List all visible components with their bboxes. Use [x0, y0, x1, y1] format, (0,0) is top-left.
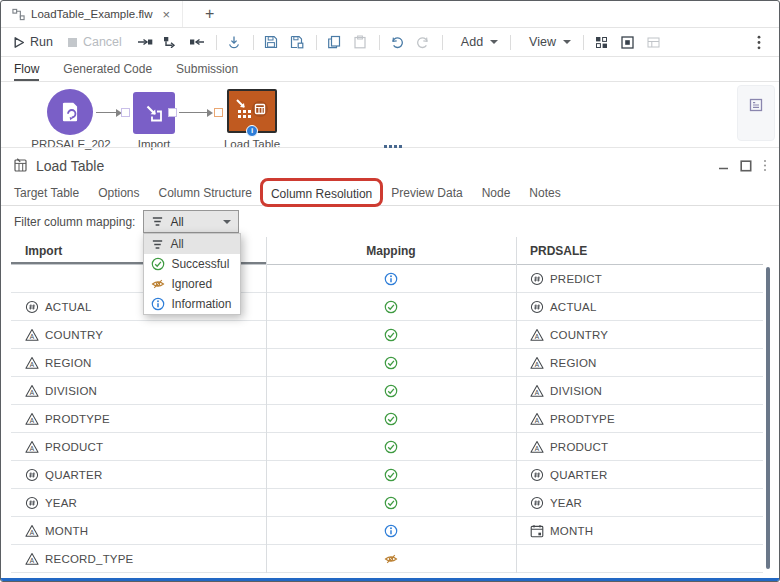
copy-icon[interactable] [325, 32, 344, 52]
import-cell: AMONTH [11, 524, 266, 538]
success-status-icon[interactable] [384, 356, 398, 370]
document-tab[interactable]: LoadTable_Example.flw × [1, 1, 183, 27]
column-name-label: DIVISION [550, 385, 602, 397]
overview-icon[interactable] [644, 32, 663, 52]
toolbar-more-options-icon[interactable] [751, 35, 767, 50]
info-status-icon[interactable] [384, 272, 398, 286]
node-panel-tabs: Target Table Options Column Structure Co… [1, 180, 779, 206]
success-status-icon[interactable] [384, 412, 398, 426]
run-button[interactable]: Run [13, 35, 53, 49]
success-status-icon[interactable] [384, 468, 398, 482]
zoom-fit-icon[interactable] [592, 32, 611, 52]
filter-option-information[interactable]: Information [144, 294, 240, 314]
tab-column-resolution[interactable]: Column Resolution [271, 187, 372, 201]
maximize-panel-icon[interactable] [740, 160, 752, 172]
table-row-country[interactable]: ACOUNTRYACOUNTRY [11, 321, 763, 349]
document-tab-title: LoadTable_Example.flw [31, 8, 152, 20]
save-icon[interactable] [262, 32, 281, 52]
table-row-year[interactable]: YEARYEAR [11, 489, 763, 517]
table-row-month[interactable]: AMONTHMONTH [11, 517, 763, 545]
bottom-accent-bar [1, 578, 779, 581]
minimize-panel-icon[interactable] [718, 160, 729, 171]
tab-node[interactable]: Node [482, 186, 511, 200]
tab-flow[interactable]: Flow [14, 57, 39, 81]
filter-dropdown-button[interactable]: All [143, 210, 239, 233]
column-name-label: PRODTYPE [550, 413, 615, 425]
flow-canvas[interactable]: PRDSALE_202 Import i Load Table [1, 82, 779, 147]
cancel-button[interactable]: Cancel [67, 35, 122, 49]
info-status-icon[interactable] [384, 524, 398, 538]
panel-splitter[interactable] [1, 147, 779, 151]
information-badge-icon[interactable]: i [246, 125, 258, 137]
add-node-branch-icon[interactable] [162, 32, 181, 52]
success-status-icon[interactable] [384, 496, 398, 510]
mapping-cell [266, 356, 516, 370]
import-cell: APRODUCT [11, 440, 266, 454]
filter-option-successful[interactable]: Successful [144, 254, 240, 274]
table-row-record-type[interactable]: ARECORD_TYPE [11, 545, 763, 573]
mapping-cell [266, 440, 516, 454]
node-prdsale-table[interactable] [47, 89, 93, 135]
properties-panel-icon[interactable] [749, 98, 763, 140]
svg-text:A: A [30, 529, 35, 536]
paste-icon[interactable] [351, 32, 370, 52]
filter-option-all[interactable]: All [144, 234, 240, 254]
tab-submission[interactable]: Submission [176, 57, 238, 81]
prdsale-cell: QUARTER [516, 468, 763, 482]
view-menu-button[interactable]: View [529, 35, 571, 49]
success-status-icon[interactable] [384, 328, 398, 342]
table-row-quarter[interactable]: QUARTERQUARTER [11, 461, 763, 489]
tab-generated-code[interactable]: Generated Code [63, 57, 152, 81]
mapping-cell [266, 496, 516, 510]
add-node-after-icon[interactable] [136, 32, 155, 52]
mapping-cell [266, 328, 516, 342]
success-status-icon[interactable] [384, 300, 398, 314]
load-table-node-icon [13, 158, 28, 173]
table-row-prodtype[interactable]: APRODTYPEAPRODTYPE [11, 405, 763, 433]
success-status-icon[interactable] [384, 440, 398, 454]
filter-option-label: All [170, 237, 183, 251]
flow-edge [96, 112, 116, 113]
table-row-product[interactable]: APRODUCTAPRODUCT [11, 433, 763, 461]
tab-notes[interactable]: Notes [529, 186, 560, 200]
svg-text:A: A [30, 417, 35, 424]
tab-options[interactable]: Options [98, 186, 139, 200]
splitter-grip-icon[interactable] [384, 145, 402, 148]
new-tab-button[interactable]: + [199, 6, 220, 22]
character-column-icon: A [530, 412, 544, 426]
column-header-mapping[interactable]: Mapping [266, 244, 516, 258]
tab-preview-data[interactable]: Preview Data [391, 186, 462, 200]
tab-column-structure[interactable]: Column Structure [159, 186, 252, 200]
input-port[interactable] [214, 108, 223, 117]
vertical-scrollbar[interactable] [766, 267, 770, 569]
output-port[interactable] [168, 108, 177, 117]
close-tab-icon[interactable]: × [162, 8, 170, 21]
undo-icon[interactable] [388, 32, 407, 52]
save-as-icon[interactable] [288, 32, 307, 52]
table-row-region[interactable]: AREGIONAREGION [11, 349, 763, 377]
table-row-actual[interactable]: ACTUALACTUAL [11, 293, 763, 321]
actual-size-icon[interactable] [618, 32, 637, 52]
submit-icon[interactable] [225, 32, 244, 52]
add-node-before-icon[interactable] [188, 32, 207, 52]
panel-more-options-icon[interactable] [763, 159, 767, 172]
filter-option-label: Successful [171, 257, 229, 271]
table-row-predict[interactable]: PREDICT [11, 265, 763, 293]
add-menu-button[interactable]: Add [461, 35, 498, 49]
numeric-column-icon [25, 468, 39, 482]
node-load-table[interactable]: i [227, 89, 277, 133]
column-name-label: YEAR [45, 497, 77, 509]
column-header-prdsale[interactable]: PRDSALE [516, 244, 763, 258]
cancel-icon [67, 37, 78, 48]
tab-target-table[interactable]: Target Table [14, 186, 79, 200]
input-port[interactable] [121, 108, 130, 117]
table-row-division[interactable]: ADIVISIONADIVISION [11, 377, 763, 405]
character-column-icon: A [530, 384, 544, 398]
redo-icon[interactable] [414, 32, 433, 52]
filter-option-ignored[interactable]: Ignored [144, 274, 240, 294]
ignored-status-icon[interactable] [384, 552, 398, 566]
column-name-label: PRODUCT [45, 441, 103, 453]
success-status-icon[interactable] [384, 384, 398, 398]
column-name-label: YEAR [550, 497, 582, 509]
success-icon [151, 257, 165, 271]
